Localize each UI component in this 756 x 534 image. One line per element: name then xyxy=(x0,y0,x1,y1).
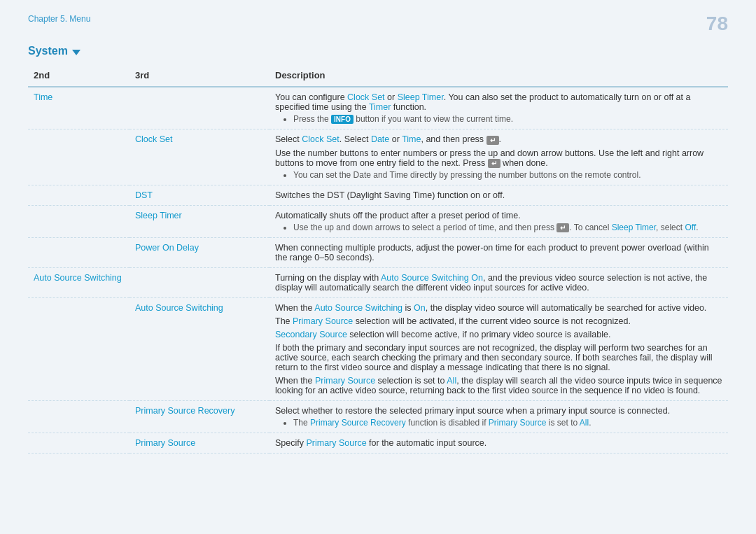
table-row: Primary Source Recovery Select whether t… xyxy=(28,401,728,433)
col-desc-cell: Select Clock Set. Select Date or Time, a… xyxy=(270,129,728,185)
clock-set-link: Clock Set xyxy=(347,92,385,102)
table-row: Sleep Timer Automatically shuts off the … xyxy=(28,205,728,237)
section-arrow-icon xyxy=(72,50,80,55)
content-table: 2nd 3rd Description Time You can configu… xyxy=(28,66,728,454)
bullet-list: The Primary Source Recovery function is … xyxy=(284,418,722,428)
desc-text: Automatically shuts off the product afte… xyxy=(275,211,722,220)
enter-badge-1: ↵ xyxy=(486,136,499,145)
psr-ref: Primary Source Recovery xyxy=(310,418,406,428)
desc-text-3: Secondary Source selection will become a… xyxy=(275,330,722,339)
primary-source-inline-ref: Primary Source xyxy=(306,438,366,448)
col-desc-cell: Automatically shuts off the product afte… xyxy=(270,205,728,237)
desc-text: Switches the DST (Daylight Saving Time) … xyxy=(275,190,722,200)
desc-text-4: If both the primary and secondary input … xyxy=(275,343,722,372)
col-2nd-cell: Time xyxy=(28,87,130,129)
desc-text: Select whether to restore the selected p… xyxy=(275,406,722,416)
chapter-label: Chapter 5. Menu xyxy=(28,14,728,24)
secondary-source-ref: Secondary Source xyxy=(275,330,347,339)
page-number: 78 xyxy=(706,13,728,35)
off-ref: Off xyxy=(685,223,696,232)
desc-text: Select Clock Set. Select Date or Time, a… xyxy=(275,134,722,144)
date-ref: Date xyxy=(371,134,389,144)
col-desc-cell: Select whether to restore the selected p… xyxy=(270,401,728,433)
power-on-delay-label: Power On Delay xyxy=(135,243,199,253)
col-desc-cell: Switches the DST (Daylight Saving Time) … xyxy=(270,185,728,205)
col-header-desc: Description xyxy=(270,66,728,87)
table-row: Auto Source Switching When the Auto Sour… xyxy=(28,298,728,401)
col-2nd-cell xyxy=(28,185,130,205)
col-3rd-cell xyxy=(130,87,270,129)
table-row: Power On Delay When connecting multiple … xyxy=(28,238,728,268)
col-header-2nd: 2nd xyxy=(28,66,130,87)
bullet-item: The Primary Source Recovery function is … xyxy=(293,418,722,428)
primary-source-label: Primary Source xyxy=(135,438,195,448)
col-2nd-cell xyxy=(28,205,130,237)
col-3rd-cell: DST xyxy=(130,185,270,205)
enter-badge-2: ↵ xyxy=(488,159,500,168)
col-desc-cell: When connecting multiple products, adjus… xyxy=(270,238,728,268)
enter-badge-3: ↵ xyxy=(556,223,569,232)
bullet-item: Use the up and down arrows to select a p… xyxy=(293,223,722,232)
bullet-list: Press the INFO button if you want to vie… xyxy=(284,114,722,124)
col-desc-cell: You can configure Clock Set or Sleep Tim… xyxy=(270,87,728,129)
sleep-timer-link: Sleep Timer xyxy=(398,92,444,102)
info-badge: INFO xyxy=(331,115,354,124)
clock-set-ref: Clock Set xyxy=(302,134,340,144)
col-3rd-cell xyxy=(130,268,270,298)
col-3rd-cell: Sleep Timer xyxy=(130,205,270,237)
col-2nd-cell xyxy=(28,401,130,433)
desc-text: Specify Primary Source for the automatic… xyxy=(275,438,722,448)
col-2nd-cell xyxy=(28,129,130,185)
time-link: Time xyxy=(34,92,52,102)
desc-text: When the Auto Source Switching is On, th… xyxy=(275,303,722,313)
col-3rd-cell: Primary Source xyxy=(130,433,270,454)
auto-source-switching-sub-label: Auto Source Switching xyxy=(135,303,223,313)
section-title: System xyxy=(28,45,728,57)
sleep-timer-ref: Sleep Timer xyxy=(612,223,656,232)
desc-text-5: When the Primary Source selection is set… xyxy=(275,376,722,395)
bullet-item: You can set the Date and Time directly b… xyxy=(293,170,722,180)
ps-ref: Primary Source xyxy=(489,418,547,428)
col-desc-cell: When the Auto Source Switching is On, th… xyxy=(270,298,728,401)
dst-label: DST xyxy=(135,190,153,200)
desc-text-2: The Primary Source selection will be act… xyxy=(275,316,722,326)
col-header-3rd: 3rd xyxy=(130,66,270,87)
desc-text: You can configure Clock Set or Sleep Tim… xyxy=(275,92,722,112)
table-row: DST Switches the DST (Daylight Saving Ti… xyxy=(28,185,728,205)
auto-source-switching-link: Auto Source Switching xyxy=(34,273,122,283)
all-ref: All xyxy=(447,376,456,386)
col-3rd-cell: Primary Source Recovery xyxy=(130,401,270,433)
bullet-list: You can set the Date and Time directly b… xyxy=(284,170,722,180)
table-row: Primary Source Specify Primary Source fo… xyxy=(28,433,728,454)
col-3rd-cell: Power On Delay xyxy=(130,238,270,268)
table-row: Clock Set Select Clock Set. Select Date … xyxy=(28,129,728,185)
time-ref: Time xyxy=(402,134,421,144)
col-2nd-cell xyxy=(28,433,130,454)
clock-set-label: Clock Set xyxy=(135,134,173,144)
sleep-timer-label: Sleep Timer xyxy=(135,211,182,220)
primary-source-recovery-label: Primary Source Recovery xyxy=(135,406,234,416)
table-row: Time You can configure Clock Set or Slee… xyxy=(28,87,728,129)
section-title-text: System xyxy=(28,45,68,57)
col-3rd-cell: Auto Source Switching xyxy=(130,298,270,401)
col-2nd-cell xyxy=(28,238,130,268)
col-2nd-cell: Auto Source Switching xyxy=(28,268,130,298)
timer-link: Timer xyxy=(369,102,391,112)
col-desc-cell: Specify Primary Source for the automatic… xyxy=(270,433,728,454)
desc-text: When connecting multiple products, adjus… xyxy=(275,243,722,262)
all-ref2: All xyxy=(580,418,589,428)
on-ref: On xyxy=(414,303,426,313)
page: 78 Chapter 5. Menu System 2nd 3rd Descri… xyxy=(0,0,756,534)
bullet-item: Press the INFO button if you want to vie… xyxy=(293,114,722,124)
table-row: Auto Source Switching Turning on the dis… xyxy=(28,268,728,298)
desc-text: Turning on the display with Auto Source … xyxy=(275,273,722,293)
col-3rd-cell: Clock Set xyxy=(130,129,270,185)
desc-text-2: Use the number buttons to enter numbers … xyxy=(275,148,722,168)
bullet-list: Use the up and down arrows to select a p… xyxy=(284,223,722,232)
primary-source-ref1: Primary Source xyxy=(293,316,353,326)
primary-source-ref2: Primary Source xyxy=(315,376,375,386)
auto-source-ref: Auto Source Switching xyxy=(314,303,402,313)
col-2nd-cell xyxy=(28,298,130,401)
auto-source-on-ref: Auto Source Switching On xyxy=(381,273,483,283)
col-desc-cell: Turning on the display with Auto Source … xyxy=(270,268,728,298)
